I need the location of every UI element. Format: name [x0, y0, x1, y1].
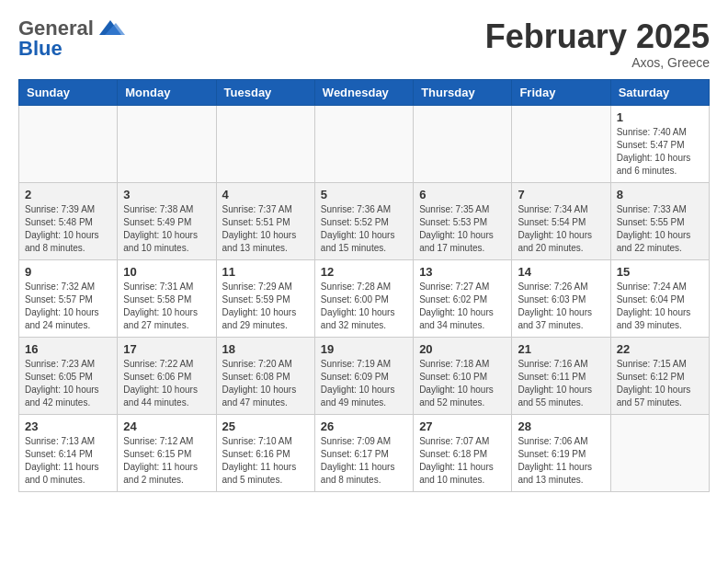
- calendar-cell: [512, 105, 610, 182]
- day-number: 23: [25, 419, 111, 433]
- day-number: 13: [419, 265, 506, 279]
- day-number: 28: [518, 419, 604, 433]
- calendar-cell: 4Sunrise: 7:37 AM Sunset: 5:51 PM Daylig…: [216, 182, 314, 259]
- day-info: Sunrise: 7:27 AM Sunset: 6:02 PM Dayligh…: [419, 281, 506, 332]
- day-info: Sunrise: 7:22 AM Sunset: 6:06 PM Dayligh…: [123, 358, 210, 409]
- calendar-cell: 11Sunrise: 7:29 AM Sunset: 5:59 PM Dayli…: [216, 259, 314, 337]
- day-number: 17: [123, 342, 210, 356]
- calendar-cell: 5Sunrise: 7:36 AM Sunset: 5:52 PM Daylig…: [314, 182, 413, 259]
- day-info: Sunrise: 7:38 AM Sunset: 5:49 PM Dayligh…: [123, 203, 210, 255]
- day-number: 6: [419, 188, 506, 201]
- day-info: Sunrise: 7:33 AM Sunset: 5:55 PM Dayligh…: [617, 203, 703, 255]
- month-year-title: February 2025: [485, 18, 710, 55]
- day-number: 18: [222, 342, 309, 356]
- logo-text: General: [18, 18, 94, 39]
- calendar-cell: 15Sunrise: 7:24 AM Sunset: 6:04 PM Dayli…: [610, 259, 709, 337]
- day-number: 12: [321, 265, 407, 279]
- calendar-cell: 9Sunrise: 7:32 AM Sunset: 5:57 PM Daylig…: [19, 259, 118, 337]
- day-number: 1: [617, 110, 703, 124]
- weekday-header-wednesday: Wednesday: [314, 79, 413, 105]
- day-number: 15: [617, 265, 703, 279]
- day-info: Sunrise: 7:35 AM Sunset: 5:53 PM Dayligh…: [419, 203, 506, 255]
- calendar-cell: 13Sunrise: 7:27 AM Sunset: 6:02 PM Dayli…: [414, 259, 512, 337]
- day-number: 11: [222, 265, 309, 279]
- calendar-cell: 24Sunrise: 7:12 AM Sunset: 6:15 PM Dayli…: [118, 414, 216, 491]
- calendar-week-5: 23Sunrise: 7:13 AM Sunset: 6:14 PM Dayli…: [19, 414, 710, 491]
- calendar-cell: 20Sunrise: 7:18 AM Sunset: 6:10 PM Dayli…: [414, 337, 512, 414]
- day-info: Sunrise: 7:19 AM Sunset: 6:09 PM Dayligh…: [321, 358, 407, 409]
- page-header: General Blue February 2025 Axos, Greece: [18, 18, 710, 70]
- calendar-cell: 22Sunrise: 7:15 AM Sunset: 6:12 PM Dayli…: [610, 337, 709, 414]
- calendar-cell: 27Sunrise: 7:07 AM Sunset: 6:18 PM Dayli…: [414, 414, 512, 491]
- weekday-header-row: SundayMondayTuesdayWednesdayThursdayFrid…: [19, 79, 710, 105]
- logo-block: General Blue: [18, 18, 125, 59]
- calendar-cell: 18Sunrise: 7:20 AM Sunset: 6:08 PM Dayli…: [216, 337, 314, 414]
- calendar-table: SundayMondayTuesdayWednesdayThursdayFrid…: [18, 79, 710, 492]
- calendar-week-4: 16Sunrise: 7:23 AM Sunset: 6:05 PM Dayli…: [19, 337, 710, 414]
- calendar-cell: [314, 105, 413, 182]
- calendar-cell: [216, 105, 314, 182]
- calendar-cell: 26Sunrise: 7:09 AM Sunset: 6:17 PM Dayli…: [314, 414, 413, 491]
- calendar-cell: [19, 105, 118, 182]
- day-number: 4: [222, 188, 309, 201]
- calendar-cell: 28Sunrise: 7:06 AM Sunset: 6:19 PM Dayli…: [512, 414, 610, 491]
- day-info: Sunrise: 7:31 AM Sunset: 5:58 PM Dayligh…: [123, 281, 210, 332]
- weekday-header-friday: Friday: [512, 79, 610, 105]
- location-subtitle: Axos, Greece: [485, 55, 710, 70]
- day-number: 16: [25, 342, 111, 356]
- calendar-cell: 8Sunrise: 7:33 AM Sunset: 5:55 PM Daylig…: [610, 182, 709, 259]
- day-info: Sunrise: 7:28 AM Sunset: 6:00 PM Dayligh…: [321, 281, 407, 332]
- day-number: 8: [617, 188, 703, 201]
- day-info: Sunrise: 7:15 AM Sunset: 6:12 PM Dayligh…: [617, 358, 703, 409]
- day-info: Sunrise: 7:32 AM Sunset: 5:57 PM Dayligh…: [25, 281, 111, 332]
- day-info: Sunrise: 7:37 AM Sunset: 5:51 PM Dayligh…: [222, 203, 309, 255]
- day-number: 3: [123, 188, 210, 201]
- day-number: 24: [123, 419, 210, 433]
- calendar-cell: 16Sunrise: 7:23 AM Sunset: 6:05 PM Dayli…: [19, 337, 118, 414]
- day-info: Sunrise: 7:10 AM Sunset: 6:16 PM Dayligh…: [222, 435, 309, 487]
- day-info: Sunrise: 7:07 AM Sunset: 6:18 PM Dayligh…: [419, 435, 506, 487]
- calendar-cell: 25Sunrise: 7:10 AM Sunset: 6:16 PM Dayli…: [216, 414, 314, 491]
- day-info: Sunrise: 7:20 AM Sunset: 6:08 PM Dayligh…: [222, 358, 309, 409]
- day-info: Sunrise: 7:06 AM Sunset: 6:19 PM Dayligh…: [518, 435, 604, 487]
- calendar-week-2: 2Sunrise: 7:39 AM Sunset: 5:48 PM Daylig…: [19, 182, 710, 259]
- calendar-cell: [610, 414, 709, 491]
- day-number: 2: [25, 188, 111, 201]
- logo-icon: [96, 18, 125, 39]
- calendar-cell: 19Sunrise: 7:19 AM Sunset: 6:09 PM Dayli…: [314, 337, 413, 414]
- day-number: 25: [222, 419, 309, 433]
- day-info: Sunrise: 7:13 AM Sunset: 6:14 PM Dayligh…: [25, 435, 111, 487]
- calendar-cell: 1Sunrise: 7:40 AM Sunset: 5:47 PM Daylig…: [610, 105, 709, 182]
- day-number: 20: [419, 342, 506, 356]
- calendar-cell: 2Sunrise: 7:39 AM Sunset: 5:48 PM Daylig…: [19, 182, 118, 259]
- day-number: 26: [321, 419, 407, 433]
- day-info: Sunrise: 7:26 AM Sunset: 6:03 PM Dayligh…: [518, 281, 604, 332]
- day-number: 22: [617, 342, 703, 356]
- day-info: Sunrise: 7:12 AM Sunset: 6:15 PM Dayligh…: [123, 435, 210, 487]
- day-info: Sunrise: 7:36 AM Sunset: 5:52 PM Dayligh…: [321, 203, 407, 255]
- title-block: February 2025 Axos, Greece: [485, 18, 710, 70]
- day-number: 10: [123, 265, 210, 279]
- calendar-week-3: 9Sunrise: 7:32 AM Sunset: 5:57 PM Daylig…: [19, 259, 710, 337]
- day-info: Sunrise: 7:29 AM Sunset: 5:59 PM Dayligh…: [222, 281, 309, 332]
- day-info: Sunrise: 7:23 AM Sunset: 6:05 PM Dayligh…: [25, 358, 111, 409]
- calendar-week-1: 1Sunrise: 7:40 AM Sunset: 5:47 PM Daylig…: [19, 105, 710, 182]
- day-info: Sunrise: 7:09 AM Sunset: 6:17 PM Dayligh…: [321, 435, 407, 487]
- day-number: 5: [321, 188, 407, 201]
- weekday-header-tuesday: Tuesday: [216, 79, 314, 105]
- calendar-cell: [118, 105, 216, 182]
- calendar-cell: 3Sunrise: 7:38 AM Sunset: 5:49 PM Daylig…: [118, 182, 216, 259]
- day-info: Sunrise: 7:24 AM Sunset: 6:04 PM Dayligh…: [617, 281, 703, 332]
- day-number: 9: [25, 265, 111, 279]
- logo-blue-text: Blue: [18, 39, 63, 59]
- day-info: Sunrise: 7:39 AM Sunset: 5:48 PM Dayligh…: [25, 203, 111, 255]
- calendar-cell: 12Sunrise: 7:28 AM Sunset: 6:00 PM Dayli…: [314, 259, 413, 337]
- calendar-cell: 7Sunrise: 7:34 AM Sunset: 5:54 PM Daylig…: [512, 182, 610, 259]
- calendar-cell: 10Sunrise: 7:31 AM Sunset: 5:58 PM Dayli…: [118, 259, 216, 337]
- day-number: 14: [518, 265, 604, 279]
- calendar-cell: 23Sunrise: 7:13 AM Sunset: 6:14 PM Dayli…: [19, 414, 118, 491]
- day-info: Sunrise: 7:34 AM Sunset: 5:54 PM Dayligh…: [518, 203, 604, 255]
- weekday-header-thursday: Thursday: [414, 79, 512, 105]
- day-number: 19: [321, 342, 407, 356]
- day-number: 27: [419, 419, 506, 433]
